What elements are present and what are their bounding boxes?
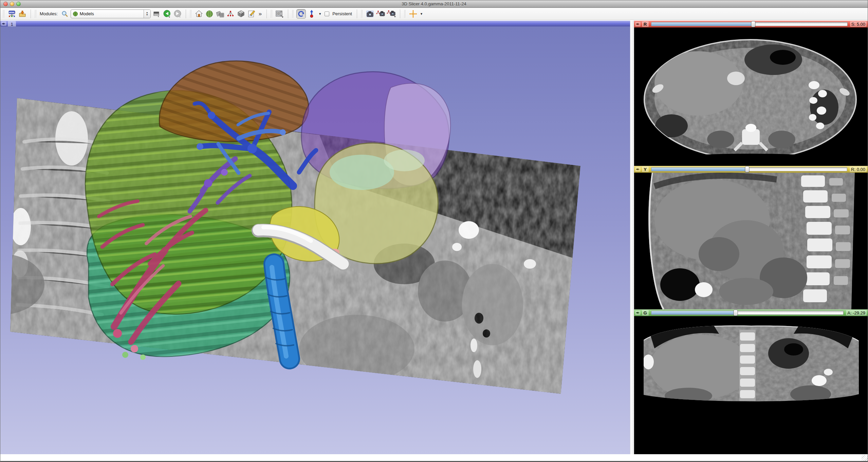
module-history-button[interactable] [152,9,161,19]
persistent-label: Persistent [332,11,352,16]
slider-fill [651,311,736,314]
slice-bar-yellow[interactable]: Y R: 0.00 [634,166,868,173]
toolbar-drag-handle[interactable] [271,10,273,18]
load-scene-button[interactable]: MRML [7,9,17,19]
app-window: 3D Slicer 4.0.gamma-2011-11-24 MRML Modu… [0,0,868,462]
slice-offset-yellow: R: 0.00 [850,167,867,172]
toolbar-drag-handle[interactable] [190,10,192,18]
screenshot-button[interactable] [365,9,375,19]
slice-slider-red[interactable] [651,22,848,26]
editor-module-icon [247,9,256,18]
scene-view-restore-icon [386,9,396,18]
annotations-module-icon [226,9,235,18]
slice-slider-green[interactable] [651,311,844,315]
toolbar-separator [357,9,357,18]
slice-view-red: R S: 5.00 [634,21,868,166]
selected-module: Models [78,11,144,16]
slice-viewport-green[interactable] [634,316,868,454]
models-module-icon [73,11,78,17]
slice-viewport-yellow[interactable] [634,173,868,309]
crosshair-icon [409,9,417,18]
scene-view-restore-button[interactable] [386,9,396,19]
home-module-button[interactable] [194,9,204,19]
minimize-button[interactable] [10,2,14,6]
status-bar [0,454,868,461]
place-fiducial-button[interactable] [307,9,316,19]
layout-selector-button[interactable] [275,9,284,19]
pin-icon[interactable] [635,22,641,26]
pin-icon[interactable] [635,311,641,315]
slice-label-yellow: Y [642,167,649,172]
slice-view-panel: R S: 5.00 [634,21,868,454]
scene-view-capture-button[interactable] [376,9,385,19]
slider-handle[interactable] [745,166,750,172]
slice-bar-green[interactable]: G A: -29.29 [634,309,868,316]
pin-icon[interactable] [1,21,6,26]
toolbar-overflow-button[interactable]: » [257,11,263,17]
panel-splitter[interactable] [630,21,634,454]
screenshot-camera-icon [366,9,374,18]
place-fiducial-icon [308,9,315,18]
slider-fill [651,22,754,26]
window-title: 3D Slicer 4.0.gamma-2011-11-24 [402,1,466,6]
toolbar-separator [400,9,400,18]
threed-viewport[interactable] [0,26,630,454]
annotations-module-button[interactable] [226,9,235,19]
volumes-module-icon [237,9,245,18]
threed-scene [0,26,630,454]
module-back-icon [163,9,171,18]
modules-combobox[interactable]: Models ▲▼ [71,9,151,18]
toolbar-drag-handle[interactable] [292,10,294,18]
slice-offset-red: S: 5.00 [850,21,867,27]
load-scene-mrml-icon: MRML [8,10,16,18]
modules-label: Modules: [40,11,58,16]
slice-offset-green: A: -29.29 [846,310,867,315]
toolbar-drag-handle[interactable] [35,10,37,18]
resize-grip[interactable] [862,455,868,461]
crosshair-dropdown-icon[interactable]: ▼ [420,12,423,16]
central-widget: 1 [0,20,868,454]
transforms-module-button[interactable] [215,9,225,19]
slice-bar-red[interactable]: R S: 5.00 [634,21,868,27]
title-bar: 3D Slicer 4.0.gamma-2011-11-24 [0,0,868,8]
toolbar-separator [266,9,267,18]
toolbar-separator [288,9,288,18]
module-back-button[interactable] [162,9,172,19]
volumes-module-button[interactable] [236,9,246,19]
layout-selector-icon [275,9,284,18]
slice-label-red: R [642,21,649,27]
toolbar-drag-handle[interactable] [3,10,5,18]
persistent-checkbox[interactable] [325,12,329,16]
editor-module-button[interactable] [247,9,256,19]
module-forward-icon [173,9,182,18]
slice-slider-yellow[interactable] [651,167,848,171]
module-history-icon [152,10,161,18]
svg-text:MRML: MRML [9,12,15,14]
threed-view-controller-bar[interactable]: 1 [0,21,630,26]
toolbar-separator [31,9,31,18]
module-forward-button[interactable] [173,9,182,19]
slider-fill [651,168,747,171]
slice-view-green: G A: -29.29 [634,309,868,454]
threed-view: 1 [0,21,630,454]
close-button[interactable] [3,2,8,6]
place-mode-dropdown-icon[interactable]: ▼ [318,12,321,16]
rotate-mouse-mode-button[interactable] [296,9,306,19]
main-toolbar: MRML Modules: [0,8,868,20]
pin-icon[interactable] [635,167,641,172]
rotate-mouse-mode-icon [297,10,305,18]
zoom-button[interactable] [16,2,21,6]
module-combobox-stepper[interactable]: ▲▼ [144,10,150,18]
module-search-button[interactable] [60,9,70,19]
save-scene-button[interactable] [18,9,27,19]
toolbar-separator [186,9,186,18]
home-module-icon [195,9,203,18]
models-favorite-button[interactable] [205,9,214,19]
toolbar-drag-handle[interactable] [404,10,406,18]
scene-view-capture-icon [376,9,385,18]
slice-viewport-red[interactable] [634,27,868,166]
toolbar-drag-handle[interactable] [361,10,363,18]
slider-handle[interactable] [751,21,755,27]
slider-handle[interactable] [734,310,738,316]
crosshair-button[interactable] [408,9,418,19]
